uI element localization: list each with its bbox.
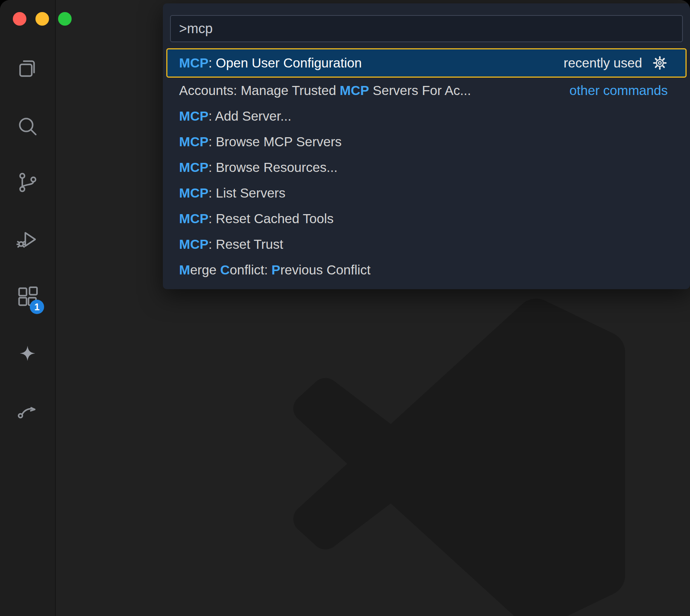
vscode-logo-watermark — [293, 298, 625, 616]
match-highlight: P — [271, 262, 280, 277]
command-input[interactable] — [178, 20, 675, 37]
vscode-window: 1 MCP: Open User Configuration rece — [0, 0, 690, 616]
command-text: : Reset Trust — [209, 237, 283, 251]
extensions-badge: 1 — [30, 300, 44, 314]
sparkle-icon — [15, 342, 40, 366]
command-text: erge — [190, 262, 220, 277]
command-input-box — [170, 15, 683, 42]
command-row[interactable]: MCP: Reset Cached Tools — [166, 206, 687, 231]
sidebar-item-remote[interactable] — [15, 399, 40, 423]
command-text: : Add Server... — [209, 109, 291, 123]
close-window-button[interactable] — [13, 12, 26, 26]
command-label: MCP: Reset Cached Tools — [179, 211, 334, 226]
match-highlight: MCP — [340, 83, 369, 98]
sidebar-item-run-debug[interactable] — [15, 227, 40, 251]
zoom-window-button[interactable] — [58, 12, 72, 26]
command-text: : Browse MCP Servers — [209, 134, 342, 149]
remote-arrow-icon — [15, 399, 40, 423]
match-highlight: MCP — [179, 237, 209, 251]
command-row[interactable]: MCP: Open User Configuration recently us… — [166, 48, 687, 78]
activity-bar: 1 — [0, 0, 56, 616]
command-label: MCP: Open User Configuration — [179, 55, 362, 70]
command-text: onflict: — [230, 262, 271, 277]
match-highlight: MCP — [179, 109, 209, 123]
command-text: Accounts: Manage Trusted — [179, 83, 340, 98]
sidebar-item-search[interactable] — [15, 114, 40, 138]
command-row[interactable]: MCP: Browse Resources... — [166, 155, 687, 180]
match-highlight: MCP — [179, 160, 209, 175]
sidebar-item-extensions[interactable]: 1 — [15, 285, 40, 309]
match-highlight: MCP — [179, 211, 209, 226]
command-right-label: other commands — [569, 83, 668, 98]
command-label: Merge Conflict: Previous Conflict — [179, 262, 371, 277]
sidebar-item-source-control[interactable] — [15, 170, 40, 195]
command-label: Accounts: Manage Trusted MCP Servers For… — [179, 83, 471, 98]
command-row[interactable]: MCP: Add Server... — [166, 103, 687, 129]
match-highlight: MCP — [179, 185, 209, 200]
files-icon — [15, 56, 40, 80]
titlebar-traffic-lights — [13, 12, 72, 26]
command-row[interactable]: Accounts: Manage Trusted MCP Servers For… — [166, 78, 687, 103]
command-text: revious Conflict — [280, 262, 370, 277]
command-text: : Browse Resources... — [209, 160, 337, 175]
git-branch-icon — [15, 170, 40, 195]
search-icon — [15, 114, 40, 138]
command-text: : List Servers — [209, 185, 285, 200]
command-row[interactable]: MCP: Reset Trust — [166, 231, 687, 257]
match-highlight: MCP — [179, 55, 209, 70]
sidebar-item-explorer[interactable] — [15, 56, 40, 80]
command-right-label: recently used — [564, 55, 642, 70]
command-row-right: recently used — [564, 55, 668, 71]
match-highlight: C — [220, 262, 230, 277]
command-palette: MCP: Open User Configuration recently us… — [163, 3, 690, 289]
command-label: MCP: Browse Resources... — [179, 160, 337, 175]
match-highlight: MCP — [179, 134, 209, 149]
command-list: MCP: Open User Configuration recently us… — [166, 48, 687, 283]
command-row[interactable]: MCP: Browse MCP Servers — [166, 129, 687, 155]
command-text: Servers For Ac... — [369, 83, 471, 98]
command-label: MCP: Add Server... — [179, 109, 291, 124]
command-row[interactable]: MCP: List Servers — [166, 180, 687, 206]
command-label: MCP: Reset Trust — [179, 237, 283, 252]
gear-icon[interactable] — [652, 55, 668, 71]
sidebar-item-copilot[interactable] — [15, 342, 40, 366]
run-debug-icon — [15, 227, 40, 251]
command-row-right: other commands — [569, 83, 668, 98]
command-text: : Reset Cached Tools — [209, 211, 334, 226]
command-row[interactable]: Merge Conflict: Previous Conflict — [166, 257, 687, 283]
command-label: MCP: List Servers — [179, 185, 285, 201]
command-text: : Open User Configuration — [209, 55, 362, 70]
command-label: MCP: Browse MCP Servers — [179, 134, 342, 149]
match-highlight: M — [179, 262, 190, 277]
minimize-window-button[interactable] — [35, 12, 49, 26]
